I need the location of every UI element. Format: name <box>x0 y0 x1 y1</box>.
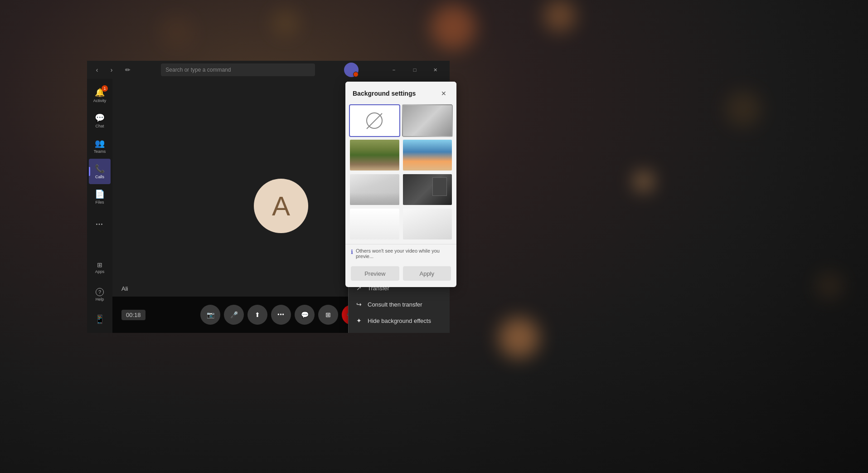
bg-actions: Preview Apply <box>345 263 456 287</box>
sidebar-item-more[interactable]: ••• <box>89 211 111 237</box>
minimize-button[interactable]: − <box>383 63 404 77</box>
bg-info: ℹ Others won't see your video while you … <box>345 244 456 263</box>
title-bar: ‹ › ✏ Search or type a command − □ ✕ <box>87 61 450 79</box>
call-name: Ali <box>121 285 128 292</box>
more-button[interactable]: ••• <box>271 305 291 325</box>
caller-initial: A <box>272 190 290 222</box>
chat-label: Chat <box>95 124 104 128</box>
bg-thumb-blur[interactable] <box>402 104 453 137</box>
bg-close-button[interactable]: ✕ <box>438 88 449 99</box>
bg-thumb-room1[interactable] <box>349 173 400 206</box>
search-placeholder: Search or type a command <box>165 67 231 73</box>
bg-thumb-room3[interactable] <box>349 208 400 240</box>
participants-button[interactable]: ⊞ <box>318 305 338 325</box>
call-timer: 00:18 <box>121 310 145 320</box>
bokeh-8 <box>635 172 653 190</box>
bg-effects-icon: ✦ <box>355 317 363 324</box>
bg-panel-title: Background settings <box>353 90 416 97</box>
files-icon: 📄 <box>95 189 105 199</box>
activity-label: Activity <box>93 98 107 103</box>
consult-transfer-icon: ↪ <box>355 301 363 308</box>
video-button[interactable]: 📷 <box>200 305 220 325</box>
sidebar-bottom: ⊞ Apps ? Help 📱 <box>89 255 111 333</box>
calls-label: Calls <box>95 175 104 179</box>
sidebar-item-chat[interactable]: 💬 Chat <box>89 108 111 133</box>
sidebar-item-calls[interactable]: 📞 Calls <box>89 159 111 184</box>
sidebar-item-help[interactable]: ? Help <box>89 282 111 307</box>
menu-consult-then-transfer[interactable]: ↪ Consult then transfer <box>349 296 450 312</box>
caller-name-text: Ali <box>121 285 128 292</box>
consult-then-transfer-label: Consult then transfer <box>368 301 422 308</box>
nav-buttons: ‹ › <box>91 63 118 76</box>
window-controls: − □ ✕ <box>383 63 446 77</box>
compose-button[interactable]: ✏ <box>121 63 134 76</box>
apply-button[interactable]: Apply <box>403 266 451 281</box>
no-background-icon <box>366 112 383 129</box>
calls-icon: 📞 <box>95 164 105 174</box>
sidebar-item-device[interactable]: 📱 <box>90 309 110 329</box>
info-icon: ℹ <box>351 249 353 255</box>
back-button[interactable]: ‹ <box>91 63 103 76</box>
caller-avatar: A <box>254 179 308 233</box>
teams-icon: 👥 <box>95 138 105 148</box>
bokeh-2 <box>272 9 299 36</box>
user-avatar[interactable] <box>344 63 359 77</box>
device-icon: 📱 <box>95 314 105 324</box>
bokeh-9 <box>725 91 761 127</box>
close-button[interactable]: ✕ <box>425 63 446 77</box>
bg-panel-header: Background settings ✕ <box>345 82 456 104</box>
chat-icon: 💬 <box>95 113 105 123</box>
search-bar[interactable]: Search or type a command <box>161 63 315 76</box>
sidebar-item-activity[interactable]: 🔔 Activity 1 <box>89 83 111 108</box>
sidebar-item-apps[interactable]: ⊞ Apps <box>89 255 111 280</box>
apps-label: Apps <box>95 269 105 274</box>
bokeh-3 <box>431 5 476 50</box>
teams-label: Teams <box>94 149 106 154</box>
bokeh-6 <box>499 317 539 358</box>
more-icon: ••• <box>96 222 104 227</box>
bg-thumb-room2[interactable] <box>402 173 453 206</box>
activity-badge: 1 <box>102 85 108 92</box>
background-settings-panel: Background settings ✕ <box>345 82 456 287</box>
bokeh-1 <box>159 14 195 50</box>
menu-turn-off-incoming-video[interactable]: 🚫 Turn off incoming video <box>349 329 450 333</box>
bg-info-text: Others won't see your video while you pr… <box>356 248 451 259</box>
sidebar: 🔔 Activity 1 💬 Chat 👥 Teams 📞 Calls 📄 Fi… <box>87 79 112 333</box>
hide-background-effects-label: Hide background effects <box>368 317 431 324</box>
bokeh-10 <box>816 272 843 299</box>
chat-button[interactable]: 💬 <box>295 305 315 325</box>
forward-button[interactable]: › <box>105 63 118 76</box>
help-icon: ? <box>96 288 104 296</box>
bg-thumb-outdoor[interactable] <box>402 139 453 171</box>
sidebar-item-teams[interactable]: 👥 Teams <box>89 133 111 159</box>
apps-icon: ⊞ <box>97 261 102 268</box>
share-button[interactable]: ⬆ <box>247 305 267 325</box>
bg-thumb-office[interactable] <box>349 139 400 171</box>
maximize-button[interactable]: □ <box>404 63 425 77</box>
bokeh-4 <box>544 0 576 32</box>
bg-thumbnails-grid <box>345 104 456 244</box>
sidebar-item-files[interactable]: 📄 Files <box>89 184 111 210</box>
preview-button[interactable]: Preview <box>351 266 399 281</box>
files-label: Files <box>95 200 104 205</box>
menu-hide-background-effects[interactable]: ✦ Hide background effects <box>349 312 450 329</box>
bg-thumb-none[interactable] <box>349 104 400 137</box>
bg-thumb-room4[interactable] <box>402 208 453 240</box>
mic-button[interactable]: 🎤 <box>224 305 244 325</box>
help-label: Help <box>96 297 104 302</box>
